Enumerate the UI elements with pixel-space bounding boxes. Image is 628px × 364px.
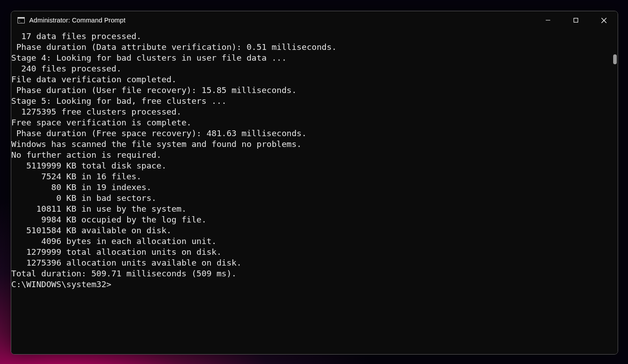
terminal-output[interactable]: 17 data files processed. Phase duration …	[11, 29, 618, 354]
terminal-line: 1279999 total allocation units on disk.	[11, 247, 618, 257]
terminal-line: 17 data files processed.	[11, 31, 618, 42]
scrollbar-track[interactable]	[611, 31, 617, 351]
terminal-line: 240 files processed.	[11, 63, 618, 74]
terminal-line: 5101584 KB available on disk.	[11, 225, 618, 236]
terminal-line: Stage 5: Looking for bad, free clusters …	[11, 96, 618, 107]
scrollbar-thumb[interactable]	[613, 54, 617, 64]
terminal-line: 4096 bytes in each allocation unit.	[11, 236, 618, 247]
terminal-line: 1275395 free clusters processed.	[11, 107, 618, 117]
window-title: Administrator: Command Prompt	[29, 17, 125, 24]
close-button[interactable]	[590, 11, 618, 29]
terminal-line: No further action is required.	[11, 150, 618, 160]
cmd-icon: >_	[18, 17, 25, 24]
svg-text:>_: >_	[19, 19, 22, 23]
terminal-line: 0 KB in bad sectors.	[11, 193, 618, 204]
terminal-line: Phase duration (Data attribute verificat…	[11, 42, 618, 53]
terminal-line: Total duration: 509.71 milliseconds (509…	[11, 268, 618, 279]
maximize-button[interactable]	[562, 11, 590, 29]
titlebar[interactable]: >_ Administrator: Command Prompt	[11, 11, 618, 29]
terminal-line: Phase duration (User file recovery): 15.…	[11, 85, 618, 96]
terminal-line: 10811 KB in use by the system.	[11, 204, 618, 214]
terminal-line: Free space verification is complete.	[11, 117, 618, 128]
terminal-line: 80 KB in 19 indexes.	[11, 182, 618, 193]
terminal-line: File data verification completed.	[11, 74, 618, 85]
terminal-line: Phase duration (Free space recovery): 48…	[11, 128, 618, 139]
minimize-button[interactable]	[534, 11, 562, 29]
terminal-line: 1275396 allocation units available on di…	[11, 257, 618, 268]
terminal-line: 5119999 KB total disk space.	[11, 160, 618, 171]
svg-rect-1	[18, 18, 25, 19]
terminal-line: 9984 KB occupied by the log file.	[11, 214, 618, 225]
command-prompt-window: >_ Administrator: Command Prompt 17 data…	[11, 11, 618, 355]
terminal-line: C:\WINDOWS\system32>	[11, 279, 618, 290]
terminal-line: Windows has scanned the file system and …	[11, 139, 618, 150]
terminal-line: 7524 KB in 16 files.	[11, 171, 618, 182]
terminal-line: Stage 4: Looking for bad clusters in use…	[11, 53, 618, 63]
svg-rect-4	[574, 18, 578, 22]
window-controls	[534, 11, 618, 29]
